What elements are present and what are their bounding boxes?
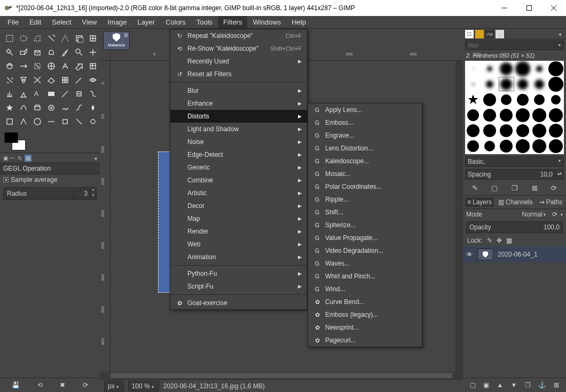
tool-20[interactable] [87,60,99,73]
brush-cell[interactable] [482,92,498,107]
duplicate-layer-icon[interactable]: ❐ [525,381,531,389]
tab-icon[interactable]: ☐ [465,30,474,38]
tool-34[interactable] [87,87,99,100]
tab-icon[interactable]: ▣ [3,155,8,161]
brush-cell[interactable] [515,61,531,76]
menu-item[interactable]: Noise▶ [170,135,307,148]
brush-filter-input[interactable] [465,41,555,50]
tool-16[interactable] [31,60,44,73]
tab-icon[interactable]: ⤺ [11,155,15,161]
edit-brush-icon[interactable]: ✎ [472,184,478,192]
menu-windows[interactable]: Windows [247,16,286,28]
brush-cell[interactable] [547,107,564,123]
brush-cell[interactable] [465,76,482,92]
tool-10[interactable] [45,46,58,59]
tool-43[interactable] [17,115,30,128]
tab-icon[interactable] [475,30,484,38]
document-tab[interactable]: Malavida ⊠ [103,31,130,50]
brush-grid[interactable] [465,61,564,154]
brush-cell[interactable] [482,76,498,92]
tool-28[interactable] [3,87,16,100]
tool-29[interactable] [17,87,30,100]
brush-cell[interactable] [547,138,564,154]
tool-14[interactable] [3,60,16,73]
brush-cell[interactable] [531,61,547,76]
restore-preset-icon[interactable]: ⟲ [37,381,43,389]
menu-view[interactable]: View [77,16,103,28]
refresh-brush-icon[interactable]: ⟳ [551,184,557,192]
menu-item[interactable]: ✿Goat-exercise [170,297,307,309]
menu-item[interactable]: Enhance▶ [170,97,307,110]
menu-item[interactable]: Blur▶ [170,84,307,97]
menu-item[interactable]: Combine▶ [170,174,307,187]
lock-pixels-icon[interactable]: ✎ [487,237,492,244]
tab-icon[interactable]: ▦ [25,155,32,162]
tab-menu-icon[interactable]: ◂ [94,155,97,161]
brush-cell[interactable] [465,138,482,154]
visibility-icon[interactable]: 👁 [466,251,473,259]
zoom-selector[interactable]: 100 %▾ [128,381,159,391]
new-brush-icon[interactable]: ▢ [491,184,498,192]
tool-24[interactable] [45,74,58,86]
tool-8[interactable] [17,46,30,59]
brush-cell[interactable] [498,76,515,92]
duplicate-brush-icon[interactable]: ❐ [512,184,518,192]
tool-17[interactable] [45,60,58,73]
brush-cell[interactable] [482,138,498,154]
brush-cell[interactable] [498,107,515,123]
menu-item[interactable]: Render▶ [170,225,307,238]
anchor-layer-icon[interactable]: ⚓ [538,381,546,389]
lower-layer-icon[interactable]: ▼ [510,381,517,389]
raise-layer-icon[interactable]: ▲ [497,381,503,389]
tool-39[interactable] [59,101,72,114]
menu-layer[interactable]: Layer [132,16,161,28]
tab-layers[interactable]: ≡Layers [465,197,494,207]
menu-filters[interactable]: Filters [218,16,247,28]
delete-layer-icon[interactable]: ⊠ [554,381,559,389]
tab-menu-icon[interactable]: ◂ [555,30,564,38]
tool-42[interactable] [3,115,16,128]
tool-options-tabs[interactable]: ▣ ⤺ ↻ ▦ ◂ [0,153,100,163]
brush-cell[interactable] [498,61,515,76]
tool-22[interactable] [17,74,30,86]
ruler-corner[interactable] [100,50,111,61]
menu-item[interactable]: Script-Fu▶ [170,280,307,293]
delete-preset-icon[interactable]: ✖ [60,381,65,389]
menu-edit[interactable]: Edit [24,16,46,28]
menu-item[interactable]: Distorts▶ [170,110,307,123]
menu-tools[interactable]: Tools [191,16,218,28]
color-swatches[interactable] [4,132,26,150]
lock-position-icon[interactable]: ✥ [497,237,502,244]
tool-31[interactable] [45,87,58,100]
menu-item[interactable]: Map▶ [170,212,307,225]
tool-19[interactable] [73,60,85,73]
menu-item[interactable]: Decor▶ [170,199,307,212]
brush-cell[interactable] [515,107,531,123]
scrollbar-vertical[interactable] [455,61,463,372]
brush-cell[interactable] [547,61,564,76]
brush-cell[interactable] [515,76,531,92]
tool-44[interactable] [31,115,44,128]
tool-46[interactable] [59,115,72,128]
menu-item[interactable]: GSpherize... [308,219,436,231]
tab-icon[interactable]: ◣ [496,30,504,38]
menu-item[interactable]: Web▶ [170,238,307,251]
menu-item[interactable]: GEmboss... [308,116,436,129]
brush-cell[interactable] [482,107,498,123]
brush-cell[interactable] [498,138,515,154]
tool-5[interactable] [73,32,85,45]
menu-help[interactable]: Help [286,16,311,28]
menu-item[interactable]: GKaleidoscope... [308,155,436,167]
tool-0[interactable] [3,32,16,45]
tool-47[interactable] [73,115,85,128]
tool-26[interactable] [73,74,85,86]
brush-cell[interactable] [515,92,531,107]
brush-cell[interactable] [465,61,482,76]
menu-item[interactable]: GRipple... [308,193,436,206]
vertical-ruler[interactable]: 050100150200250300350400 [100,61,111,372]
menu-item[interactable]: Recently Used▶ [170,55,307,68]
save-preset-icon[interactable]: 💾 [12,381,20,389]
tool-37[interactable] [31,101,44,114]
radius-field[interactable]: Radius 3 ▲▼ [3,187,97,200]
menu-select[interactable]: Select [46,16,76,28]
